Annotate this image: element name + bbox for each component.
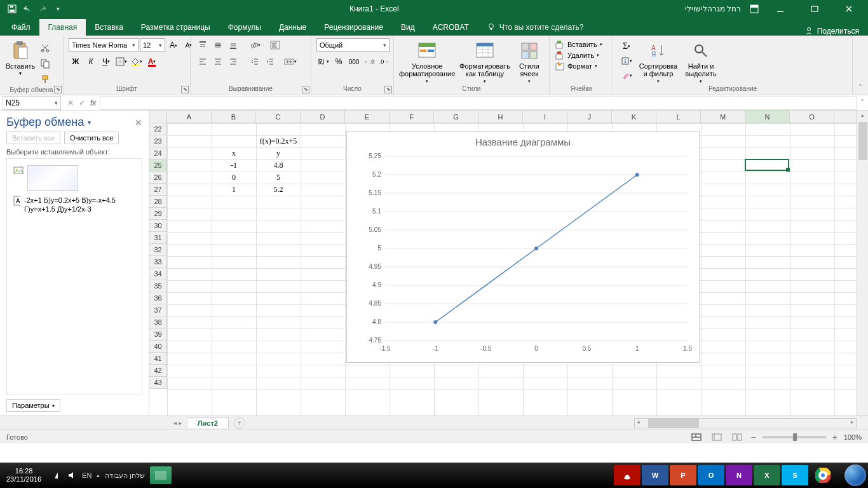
tab-view[interactable]: Вид (392, 19, 424, 36)
row-header[interactable]: 42 (149, 365, 166, 377)
column-header[interactable]: E (345, 111, 390, 123)
taskbar-outlook[interactable]: O (698, 465, 724, 485)
spreadsheet-grid[interactable]: ABCDEFGHIJKLMNO 222324252627282930313233… (149, 111, 868, 416)
clipboard-pane-close[interactable]: ✕ (135, 118, 142, 128)
cell[interactable]: y (256, 147, 301, 159)
qat-customize-icon[interactable]: ▾ (52, 3, 64, 15)
grow-font-button[interactable]: A▴ (166, 38, 180, 52)
taskbar-chrome[interactable] (810, 465, 836, 485)
align-bottom-button[interactable] (226, 38, 240, 52)
bold-button[interactable]: Ж (69, 55, 83, 69)
increase-decimal-button[interactable]: ←.0 (362, 55, 376, 69)
column-header[interactable]: C (256, 111, 301, 123)
volume-icon[interactable] (68, 471, 77, 479)
column-header[interactable]: O (790, 111, 834, 123)
tab-home[interactable]: Главная (39, 19, 86, 36)
normal-view-button[interactable] (689, 431, 703, 443)
chart-title[interactable]: Название диаграммы (347, 132, 699, 150)
column-header[interactable]: I (523, 111, 567, 123)
column-header[interactable]: F (390, 111, 434, 123)
tellme-box[interactable]: Что вы хотите сделать? (478, 19, 593, 36)
cell[interactable]: f(x)=0.2x+5 (256, 135, 301, 147)
embedded-chart[interactable]: Название диаграммы 4.754.84.854.94.9555.… (346, 131, 700, 363)
row-header[interactable]: 29 (149, 208, 166, 220)
column-header[interactable]: B (212, 111, 256, 123)
clipboard-item[interactable]: A -2x+1 Б)y=0.2x+5 В)y=-x+4.5 Г)y=x+1.5 … (11, 193, 138, 217)
row-header[interactable]: 43 (149, 377, 166, 389)
paste-button[interactable]: Вставить ▾ (5, 38, 36, 77)
format-painter-button[interactable] (38, 72, 52, 86)
column-header[interactable]: L (656, 111, 701, 123)
tab-data[interactable]: Данные (270, 19, 315, 36)
row-header[interactable]: 37 (149, 304, 166, 316)
row-header[interactable]: 33 (149, 256, 166, 268)
column-header[interactable]: K (612, 111, 656, 123)
enter-formula-icon[interactable]: ✓ (79, 98, 85, 107)
name-box[interactable]: N25▾ (3, 96, 61, 110)
row-header[interactable]: 28 (149, 196, 166, 208)
row-header[interactable]: 32 (149, 244, 166, 256)
row-header[interactable]: 22 (149, 123, 166, 135)
ribbon-options-icon[interactable] (750, 4, 759, 13)
column-header[interactable]: A (167, 111, 212, 123)
currency-button[interactable]: ₪▾ (316, 55, 330, 69)
fx-icon[interactable]: fx (90, 98, 96, 107)
copy-button[interactable] (38, 57, 52, 71)
underline-button[interactable]: Ч▾ (99, 55, 113, 69)
tab-pagelayout[interactable]: Разметка страницы (132, 19, 219, 36)
font-dialog-launcher[interactable]: ⬊ (181, 86, 189, 93)
column-header[interactable]: H (478, 111, 523, 123)
cell[interactable]: 5 (256, 172, 301, 184)
orientation-button[interactable]: ab▾ (248, 38, 262, 52)
cut-button[interactable] (38, 41, 52, 55)
redo-icon[interactable] (37, 3, 48, 15)
row-header[interactable]: 34 (149, 268, 166, 280)
taskbar-word[interactable]: W (642, 465, 668, 485)
cell[interactable]: 4.8 (256, 159, 301, 172)
share-button[interactable]: Поделиться (817, 27, 859, 36)
fill-color-button[interactable]: ▾ (130, 55, 144, 69)
cell[interactable]: x (212, 147, 256, 159)
zoom-slider[interactable] (763, 436, 826, 438)
font-name-combo[interactable]: Times New Roma▾ (69, 38, 139, 52)
maximize-button[interactable] (802, 0, 827, 18)
row-header[interactable]: 31 (149, 232, 166, 244)
expand-formula-bar[interactable]: ˅ (857, 98, 868, 107)
tab-acrobat[interactable]: ACROBAT (424, 19, 478, 36)
taskbar-skype[interactable]: S (782, 465, 808, 485)
increase-indent-button[interactable] (263, 55, 277, 69)
row-header[interactable]: 40 (149, 341, 166, 353)
sort-filter-button[interactable]: АЯ Сортировка и фильтр▾ (637, 38, 679, 84)
taskbar-desktop[interactable]: ‏שלחן העבודה (105, 471, 145, 480)
find-select-button[interactable]: Найти и выделить▾ (682, 38, 720, 84)
decrease-decimal-button[interactable]: .0→ (377, 55, 391, 69)
borders-button[interactable]: ▾ (114, 55, 128, 69)
row-header[interactable]: 23 (149, 135, 166, 147)
save-icon[interactable] (6, 3, 18, 15)
clipboard-paste-all[interactable]: Вставить все (6, 132, 60, 144)
format-as-table-button[interactable]: Форматировать как таблицу▾ (458, 38, 512, 84)
taskbar-powerpoint[interactable]: P (670, 465, 696, 485)
insert-cells-button[interactable]: Вставить▾ (555, 39, 602, 50)
column-header[interactable]: M (701, 111, 745, 123)
taskbar-app[interactable] (150, 466, 172, 484)
column-header[interactable]: G (434, 111, 478, 123)
new-sheet-button[interactable]: + (234, 417, 245, 429)
number-dialog-launcher[interactable]: ⬊ (384, 86, 392, 93)
font-size-combo[interactable]: 12▾ (140, 38, 165, 52)
cancel-formula-icon[interactable]: ✕ (67, 98, 74, 107)
cell-styles-button[interactable]: Стили ячеек▾ (515, 38, 544, 84)
zoom-level[interactable]: 100% (844, 433, 862, 441)
taskbar-excel[interactable]: X (754, 465, 780, 485)
row-header[interactable]: 39 (149, 329, 166, 341)
autosum-button[interactable]: Σ▾ (618, 39, 635, 53)
row-header[interactable]: 41 (149, 353, 166, 365)
tab-insert[interactable]: Вставка (86, 19, 132, 36)
row-header[interactable]: 30 (149, 220, 166, 232)
clipboard-item[interactable] (11, 163, 138, 193)
undo-icon[interactable] (22, 3, 33, 15)
align-center-button[interactable] (211, 55, 225, 69)
select-all-corner[interactable] (149, 111, 167, 123)
clear-button[interactable]: ▾ (618, 69, 635, 83)
conditional-format-button[interactable]: Условное форматирование▾ (399, 38, 455, 84)
